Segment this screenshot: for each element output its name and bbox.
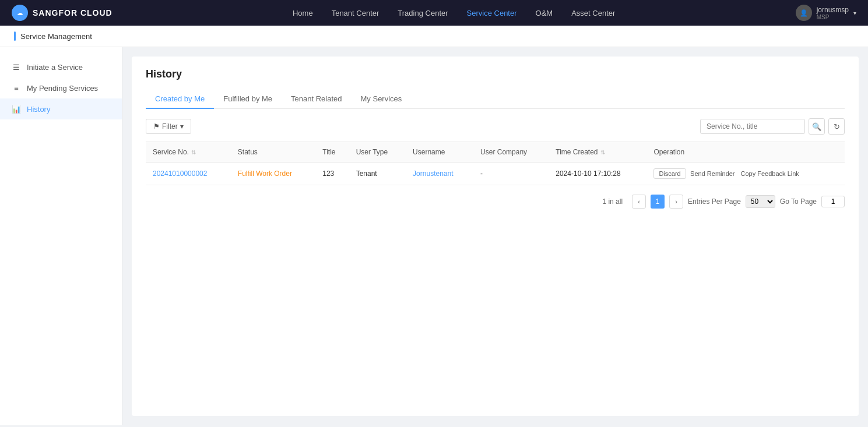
cell-time-created: 2024-10-10 17:10:28 — [549, 163, 646, 185]
service-no-link[interactable]: 20241010000002 — [153, 170, 207, 178]
user-info: jornusmsp MSP — [817, 6, 849, 20]
sort-icon-time-created: ⇅ — [600, 149, 605, 156]
avatar: 👤 — [796, 5, 812, 21]
cell-user-company: - — [473, 163, 549, 185]
user-dropdown-icon[interactable]: ▾ — [853, 10, 856, 16]
tab-fulfilled-by-me[interactable]: Fulfilled by Me — [214, 90, 282, 109]
top-navigation: ☁ SANGFOR CLOUD Home Tenant Center Tradi… — [0, 0, 868, 26]
username-display: jornusmsp — [817, 6, 849, 14]
sidebar-item-initiate[interactable]: ☰ Initiate a Service — [0, 57, 122, 77]
nav-user: 👤 jornusmsp MSP ▾ — [796, 5, 856, 21]
status-badge: Fulfill Work Order — [238, 170, 292, 178]
sidebar-item-history[interactable]: 📊 History — [0, 98, 122, 119]
table-row: 20241010000002 Fulfill Work Order 123 Te… — [146, 163, 845, 185]
username-link[interactable]: Jornustenant — [413, 170, 453, 178]
page-number-1[interactable]: 1 — [651, 195, 665, 209]
nav-asset-center[interactable]: Asset Center — [571, 9, 615, 17]
search-input[interactable] — [700, 119, 805, 134]
nav-tenant-center[interactable]: Tenant Center — [332, 9, 379, 17]
page-title: History — [146, 68, 845, 80]
discard-button[interactable]: Discard — [653, 168, 686, 179]
table-header-row: Service No. ⇅ Status Title User Type Use… — [146, 142, 845, 163]
next-page-button[interactable]: › — [669, 195, 683, 209]
logo-text: SANGFOR CLOUD — [33, 8, 113, 17]
toolbar-left: ⚑ Filter ▾ — [146, 119, 191, 134]
entries-per-page-select[interactable]: 50 20 100 — [746, 195, 775, 208]
nav-home[interactable]: Home — [293, 9, 313, 17]
sort-icon-service-no: ⇅ — [191, 149, 196, 156]
tab-created-by-me[interactable]: Created by Me — [146, 90, 214, 109]
nav-service-center[interactable]: Service Center — [467, 9, 517, 17]
sidebar-item-pending[interactable]: ≡ My Pending Services — [0, 77, 122, 98]
search-icon: 🔍 — [812, 122, 821, 131]
search-button[interactable]: 🔍 — [809, 118, 825, 135]
tab-my-services[interactable]: My Services — [352, 90, 412, 109]
cell-user-type: Tenant — [349, 163, 406, 185]
th-user-type: User Type — [349, 142, 406, 163]
filter-icon: ⚑ — [153, 122, 160, 130]
th-time-created: Time Created ⇅ — [549, 142, 646, 163]
toolbar-right: 🔍 ↻ — [700, 118, 845, 135]
list-icon: ≡ — [12, 83, 21, 93]
cell-username: Jornustenant — [406, 163, 473, 185]
cell-status: Fulfill Work Order — [231, 163, 315, 185]
tabs: Created by Me Fulfilled by Me Tenant Rel… — [146, 90, 845, 109]
doc-icon: ☰ — [12, 62, 21, 72]
entries-per-page-label: Entries Per Page — [688, 197, 741, 206]
refresh-icon: ↻ — [834, 122, 840, 131]
th-status: Status — [231, 142, 315, 163]
breadcrumb-accent — [14, 31, 16, 41]
th-service-no: Service No. ⇅ — [146, 142, 231, 163]
prev-page-button[interactable]: ‹ — [632, 195, 646, 209]
th-operation: Operation — [646, 142, 845, 163]
th-title: Title — [315, 142, 349, 163]
breadcrumb-bar: Service Management — [0, 26, 868, 47]
th-service-no-sortable[interactable]: Service No. ⇅ — [153, 148, 224, 156]
cell-service-no: 20241010000002 — [146, 163, 231, 185]
nav-links: Home Tenant Center Trading Center Servic… — [293, 9, 615, 17]
breadcrumb: Service Management — [20, 32, 92, 41]
filter-dropdown-icon: ▾ — [180, 122, 184, 130]
main-layout: ☰ Initiate a Service ≡ My Pending Servic… — [0, 47, 868, 425]
nav-om[interactable]: O&M — [536, 9, 553, 17]
sidebar-item-label: History — [27, 105, 50, 114]
nav-trading-center[interactable]: Trading Center — [398, 9, 448, 17]
goto-page-label: Go To Page — [780, 197, 817, 206]
filter-button[interactable]: ⚑ Filter ▾ — [146, 119, 191, 134]
filter-label: Filter — [162, 122, 178, 130]
total-count: 1 in all — [602, 197, 623, 206]
sidebar-item-label: Initiate a Service — [27, 63, 83, 72]
send-reminder-button[interactable]: Send Reminder — [690, 170, 735, 177]
logo-icon: ☁ — [12, 5, 28, 21]
cell-operation: Discard Send Reminder Copy Feedback Link — [646, 163, 845, 185]
toolbar: ⚑ Filter ▾ 🔍 ↻ — [146, 118, 845, 135]
th-username: Username — [406, 142, 473, 163]
main-content: History Created by Me Fulfilled by Me Te… — [132, 57, 859, 416]
data-table: Service No. ⇅ Status Title User Type Use… — [146, 142, 845, 185]
copy-feedback-link-button[interactable]: Copy Feedback Link — [741, 170, 799, 177]
th-user-company: User Company — [473, 142, 549, 163]
goto-page-input[interactable] — [821, 196, 845, 207]
sidebar: ☰ Initiate a Service ≡ My Pending Servic… — [0, 47, 122, 425]
refresh-button[interactable]: ↻ — [828, 118, 845, 135]
cell-title: 123 — [315, 163, 349, 185]
sidebar-item-label: My Pending Services — [27, 84, 98, 93]
th-time-created-sortable[interactable]: Time Created ⇅ — [556, 148, 639, 156]
tab-tenant-related[interactable]: Tenant Related — [282, 90, 351, 109]
pagination: 1 in all ‹ 1 › Entries Per Page 50 20 10… — [146, 185, 845, 211]
nav-brand: ☁ SANGFOR CLOUD — [12, 5, 113, 21]
chart-icon: 📊 — [12, 104, 21, 114]
user-role: MSP — [817, 14, 849, 20]
